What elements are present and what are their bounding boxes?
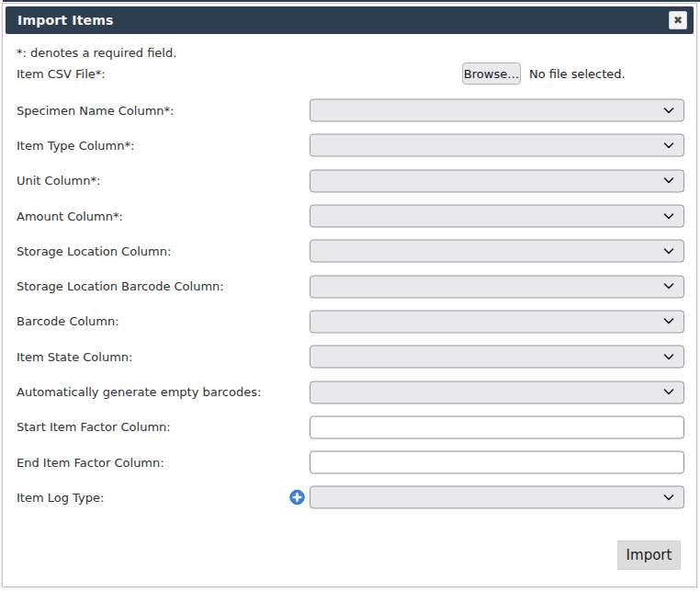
- auto-generate-barcodes-select[interactable]: [310, 381, 684, 403]
- form-row: Unit Column*:: [17, 164, 683, 199]
- storage-location-barcode-column-label: Storage Location Barcode Column:: [17, 279, 224, 293]
- storage-location-barcode-column-select[interactable]: [310, 275, 684, 298]
- form-row: Item Log Type:: [17, 480, 683, 515]
- storage-location-column-select[interactable]: [310, 240, 684, 263]
- auto-generate-barcodes-label: Automatically generate empty barcodes:: [17, 385, 261, 399]
- import-button[interactable]: Import: [617, 540, 681, 570]
- import-items-dialog: Import Items ✖ *: denotes a required fie…: [2, 3, 697, 587]
- dialog-content: *: denotes a required field. Item CSV Fi…: [6, 34, 694, 516]
- form-row: Item State Column:: [17, 339, 683, 374]
- item-type-column-label: Item Type Column*:: [17, 139, 134, 153]
- required-field-note: *: denotes a required field.: [17, 45, 683, 61]
- item-type-column-select[interactable]: [310, 134, 684, 157]
- form-rows: Specimen Name Column*: Item Type Column*…: [17, 93, 683, 516]
- item-state-column-label: Item State Column:: [17, 350, 132, 364]
- dialog-titlebar: Import Items ✖: [6, 6, 694, 34]
- barcode-column-select[interactable]: [310, 310, 684, 333]
- storage-location-column-label: Storage Location Column:: [17, 244, 171, 258]
- form-row: Storage Location Column:: [17, 233, 683, 268]
- file-picker: Browse… No file selected.: [462, 63, 626, 85]
- form-row: Start Item Factor Column:: [17, 410, 683, 445]
- form-row: Item Type Column*:: [17, 128, 683, 163]
- unit-column-select[interactable]: [310, 169, 684, 192]
- item-csv-file-label: Item CSV File*:: [17, 67, 106, 81]
- item-state-column-select[interactable]: [310, 346, 684, 369]
- form-row: Specimen Name Column*:: [17, 93, 683, 128]
- start-item-factor-column-label: Start Item Factor Column:: [17, 420, 171, 434]
- dialog-title: Import Items: [17, 13, 114, 28]
- browse-button[interactable]: Browse…: [462, 63, 521, 85]
- item-log-type-select[interactable]: [310, 486, 684, 509]
- specimen-name-column-label: Specimen Name Column*:: [17, 104, 174, 118]
- item-log-type-label: Item Log Type:: [17, 491, 104, 505]
- unit-column-label: Unit Column*:: [17, 174, 100, 188]
- end-item-factor-input[interactable]: [310, 451, 684, 474]
- form-row: Storage Location Barcode Column:: [17, 268, 683, 303]
- barcode-column-label: Barcode Column:: [17, 314, 119, 328]
- end-item-factor-column-label: End Item Factor Column:: [17, 456, 164, 470]
- specimen-name-column-select[interactable]: [310, 99, 684, 122]
- file-status-text: No file selected.: [529, 67, 626, 81]
- form-row: End Item Factor Column:: [17, 445, 683, 480]
- amount-column-label: Amount Column*:: [17, 210, 123, 223]
- background-page-topbar: [3, 0, 700, 2]
- add-item-log-type-icon[interactable]: [289, 490, 305, 506]
- item-csv-file-row: Item CSV File*: Browse… No file selected…: [17, 61, 683, 86]
- start-item-factor-input[interactable]: [310, 415, 684, 438]
- form-row: Automatically generate empty barcodes:: [17, 374, 683, 409]
- form-row: Amount Column*:: [17, 199, 683, 233]
- amount-column-select[interactable]: [310, 205, 684, 228]
- form-row: Barcode Column:: [17, 304, 683, 339]
- close-icon[interactable]: ✖: [669, 11, 687, 29]
